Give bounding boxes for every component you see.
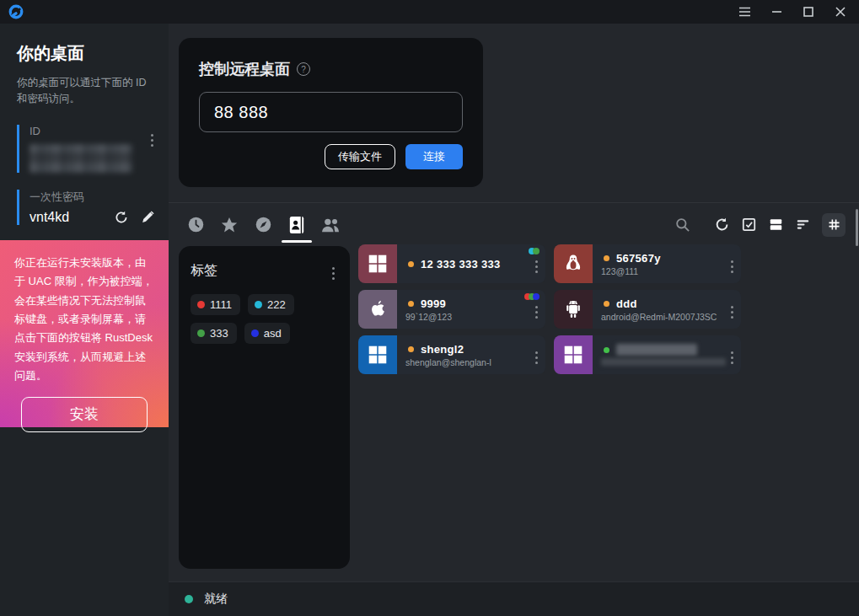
remote-id-field[interactable] xyxy=(199,92,463,132)
maximize-icon[interactable] xyxy=(797,2,820,22)
tab-discovered[interactable] xyxy=(246,203,280,247)
transfer-file-button[interactable]: 传输文件 xyxy=(325,144,395,169)
close-icon[interactable] xyxy=(829,2,852,22)
windows-icon xyxy=(358,244,397,283)
status-dot xyxy=(408,301,414,307)
rustdesk-window: 你的桌面 你的桌面可以通过下面的 ID 和密码访问。 ID 一次性密码 vnt4… xyxy=(0,0,859,616)
status-dot xyxy=(408,346,414,352)
selected-tab-underline xyxy=(282,240,312,243)
status-dot xyxy=(604,255,609,261)
rustdesk-logo-icon xyxy=(8,4,24,19)
peer-name: ddd xyxy=(616,297,637,310)
android-icon xyxy=(554,290,593,329)
compass-icon xyxy=(255,216,272,233)
edit-password-icon[interactable] xyxy=(141,210,155,225)
statusbar: 就绪 xyxy=(169,581,859,616)
refresh-icon[interactable] xyxy=(714,217,730,233)
people-icon xyxy=(320,217,341,233)
status-dot xyxy=(604,347,609,353)
id-section: ID xyxy=(17,125,157,173)
peer-tabbar xyxy=(169,202,859,246)
sort-icon[interactable] xyxy=(795,217,811,233)
status-dot xyxy=(604,301,609,307)
connect-button[interactable]: 连接 xyxy=(405,144,463,169)
connect-title: 控制远程桌面 xyxy=(199,59,290,79)
tab-favorites[interactable] xyxy=(212,203,246,247)
peer-menu-icon[interactable] xyxy=(532,342,541,367)
redacted-peer-subtitle xyxy=(601,358,726,366)
windows-icon xyxy=(554,335,593,374)
sidebar-title: 你的桌面 xyxy=(17,42,152,65)
remote-id-input[interactable] xyxy=(212,102,449,123)
tags-panel: 标签 1111 222 333 xyxy=(179,246,350,569)
minimize-icon[interactable] xyxy=(765,2,788,22)
id-menu-icon[interactable] xyxy=(148,125,157,150)
connection-status-dot xyxy=(185,595,193,603)
peer-subtitle: 99`12@123 xyxy=(405,312,527,322)
peer-card[interactable]: 9999 99`12@123 xyxy=(358,290,545,329)
main-panel: 控制远程桌面 ? 传输文件 连接 xyxy=(169,24,859,616)
password-section: 一次性密码 vnt4kd xyxy=(17,190,157,225)
connection-status-text: 就绪 xyxy=(204,592,228,607)
peer-menu-icon[interactable] xyxy=(727,251,737,276)
refresh-password-icon[interactable] xyxy=(114,210,129,225)
peer-menu-icon[interactable] xyxy=(727,342,737,367)
peer-card[interactable]: 12 333 333 333 xyxy=(358,244,545,283)
windows-icon xyxy=(358,335,397,374)
grid-view-icon[interactable] xyxy=(822,213,846,237)
install-banner-text: 你正在运行未安装版本，由于 UAC 限制，作为被控端，会在某些情况下无法控制鼠标… xyxy=(14,254,154,386)
titlebar xyxy=(0,0,859,24)
linux-icon xyxy=(554,244,593,283)
peer-card[interactable]: ddd android@Redmi-M2007J3SC xyxy=(554,290,741,329)
peer-name: 9999 xyxy=(421,297,446,310)
peer-card[interactable]: shengl2 shenglan@shenglan-l xyxy=(358,335,545,374)
tags-menu-icon[interactable] xyxy=(329,258,338,283)
sidebar-description: 你的桌面可以通过下面的 ID 和密码访问。 xyxy=(17,75,152,108)
tab-groups[interactable] xyxy=(314,203,347,247)
address-book-icon xyxy=(288,216,305,234)
peer-menu-icon[interactable] xyxy=(727,297,737,322)
peer-subtitle: 123@111 xyxy=(601,266,722,276)
tab-recent-sessions[interactable] xyxy=(179,203,212,247)
peer-grid: 12 333 333 333 xyxy=(358,244,743,374)
tags-title: 标签 xyxy=(191,262,217,280)
apple-icon xyxy=(358,290,397,329)
help-icon[interactable]: ? xyxy=(297,62,310,76)
clock-icon xyxy=(187,216,205,233)
card-view-icon[interactable] xyxy=(768,217,784,233)
peer-name: 567567y xyxy=(616,252,661,265)
password-value: vnt4kd xyxy=(30,210,69,225)
redacted-peer-name xyxy=(616,344,697,356)
peer-subtitle: shenglan@shenglan-l xyxy=(405,357,527,367)
redacted-id-value xyxy=(30,144,132,173)
install-banner: 你正在运行未安装版本，由于 UAC 限制，作为被控端，会在某些情况下无法控制鼠标… xyxy=(0,240,169,427)
peer-subtitle: android@Redmi-M2007J3SC xyxy=(601,312,722,322)
sidebar: 你的桌面 你的桌面可以通过下面的 ID 和密码访问。 ID 一次性密码 vnt4… xyxy=(0,24,169,616)
status-dot xyxy=(408,261,414,267)
peer-menu-icon[interactable] xyxy=(532,297,541,322)
remote-connect-card: 控制远程桌面 ? 传输文件 连接 xyxy=(179,38,483,187)
tag-color-dot xyxy=(197,301,205,308)
tag-color-dot xyxy=(251,329,259,337)
peer-name: 12 333 333 333 xyxy=(421,258,501,271)
id-label: ID xyxy=(30,125,157,137)
peer-card[interactable]: 567567y 123@111 xyxy=(554,244,741,283)
peer-name: shengl2 xyxy=(421,343,464,356)
password-label: 一次性密码 xyxy=(30,190,157,205)
tag-chip[interactable]: asd xyxy=(244,323,290,344)
peer-toolbar xyxy=(674,213,859,237)
peer-menu-icon[interactable] xyxy=(532,251,541,276)
tag-chip[interactable]: 1111 xyxy=(191,294,240,315)
menu-icon[interactable] xyxy=(733,2,756,22)
tag-color-dot xyxy=(197,329,205,337)
star-icon xyxy=(220,216,239,234)
scrollbar-thumb[interactable] xyxy=(856,209,858,246)
peer-card[interactable] xyxy=(554,335,741,374)
tag-chip[interactable]: 222 xyxy=(248,294,294,315)
search-icon[interactable] xyxy=(674,217,691,233)
tab-address-book[interactable] xyxy=(280,203,314,247)
select-icon[interactable] xyxy=(741,217,757,233)
tag-chip[interactable]: 333 xyxy=(191,323,237,344)
tag-color-dot xyxy=(255,301,262,308)
install-button[interactable]: 安装 xyxy=(21,397,148,432)
